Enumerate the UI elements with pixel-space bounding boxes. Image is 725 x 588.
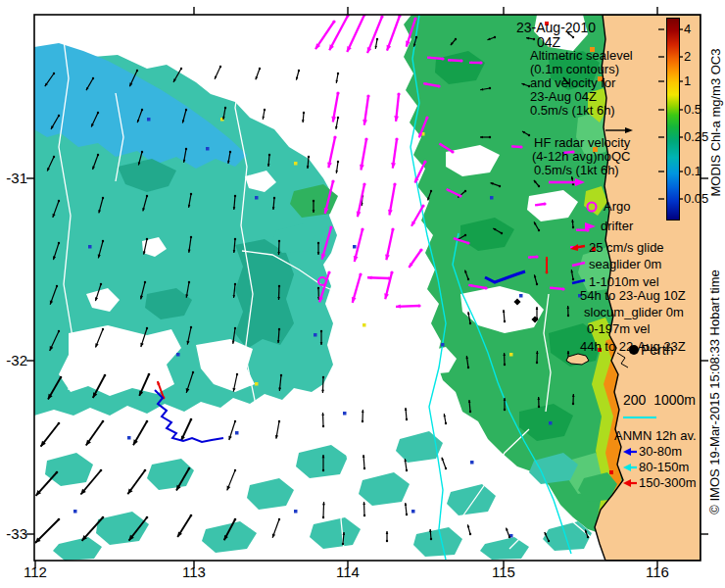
speckle [147, 118, 151, 122]
x-axis-tick-label: 113 [174, 565, 214, 579]
speckle [235, 431, 239, 435]
altimetry-legend-line: 0.5m/s (1kt 6h) [530, 104, 615, 118]
glide-legend-line: seaglider 0m [589, 258, 661, 271]
isobath-scale-label: 200 1000m [623, 393, 696, 407]
speckle [362, 323, 366, 327]
speckle [470, 461, 474, 465]
map-time: 04Z [537, 35, 560, 49]
speckle [127, 436, 131, 440]
speckle [441, 343, 445, 347]
anmn-item-label: 80-150m [639, 461, 689, 474]
x-axis-tick-label: 116 [638, 565, 677, 579]
speckle [255, 382, 259, 386]
velocity-arrow [321, 390, 324, 393]
altimetry-legend-line: 23-Aug 04Z [530, 90, 597, 104]
anmn-item-label: 30-80m [639, 445, 682, 459]
velocity-arrow [362, 502, 365, 505]
cloud-hole [59, 325, 181, 396]
x-axis-tick-label: 112 [16, 565, 55, 579]
glide-legend-line: 54h to 23-Aug 10Z [580, 289, 686, 303]
y-axis-tick-label: -32 [0, 354, 27, 368]
colorbar-axis-label: MODIS Chl-a mg/m3 OC3 [709, 24, 723, 220]
colorbar-tick-label: 0.5 [684, 103, 701, 117]
chlorophyll-colorbar [666, 18, 680, 220]
glide-legend-line: 25 cm/s glide [589, 241, 664, 255]
velocity-arrow [442, 458, 444, 461]
speckle [176, 353, 180, 357]
colorbar-tick-label: 1 [684, 74, 691, 88]
colorbar-tick-label: 4 [684, 23, 691, 36]
speckle [509, 353, 513, 357]
velocity-arrow [362, 410, 364, 413]
hf-arrow [367, 17, 382, 53]
map-date: 23-Aug-2010 [516, 21, 596, 34]
speckle [88, 245, 92, 249]
hf-arrow [329, 16, 348, 50]
glide-legend-line: slocum_glider 0m [584, 306, 684, 319]
imos-ocean-map: 4 2 1 0.5 0.25 0.1 0.05 MODIS Chl-a mg/m… [0, 0, 725, 588]
drifter-legend-label: drifter [601, 220, 633, 233]
hf-arrow [387, 45, 392, 51]
speckle [549, 421, 553, 425]
glide-legend-line: 1-1010m vel [589, 275, 659, 289]
velocity-arrow [272, 533, 275, 537]
x-axis-tick-label: 115 [484, 565, 523, 579]
altimetry-legend-line: (0.1m contours) [530, 63, 619, 76]
sealevel-contour [333, 227, 348, 560]
colorbar-tick-label: 2 [684, 50, 691, 64]
velocity-arrow [386, 531, 389, 534]
speckle [353, 245, 357, 249]
perth-label: Perth [641, 343, 673, 357]
velocity-arrow [256, 76, 258, 79]
anmn-item-label: 150-300m [639, 476, 697, 490]
speckle [206, 147, 210, 151]
credit-label: © IMOS 19-Mar-2015 15:08:33 Hobart time [708, 211, 722, 573]
x-axis-tick-label: 114 [328, 565, 367, 579]
speckle [73, 510, 77, 514]
y-axis-tick-label: -33 [0, 527, 27, 541]
speckle [343, 412, 347, 416]
hf-legend-line: (4-12h avg)noQC [532, 150, 630, 164]
speckle [609, 470, 613, 474]
velocity-arrow [322, 502, 325, 505]
hf-arrow [367, 275, 371, 279]
velocity-arrow [362, 455, 365, 458]
speckle [314, 333, 317, 337]
argo-legend-label: Argo [604, 200, 630, 214]
colorbar-tick-label: 0.1 [684, 165, 701, 178]
speckle [490, 196, 494, 200]
hf-legend-line: HF radar velocity [534, 136, 630, 150]
velocity-arrow [321, 413, 324, 416]
water-darkteal-blob [235, 239, 294, 349]
speckle [294, 510, 298, 514]
speckle [294, 162, 298, 166]
colorbar-tick-label: 0.25 [684, 130, 708, 144]
hf-arrow [347, 15, 364, 52]
speckle [255, 196, 259, 200]
hf-arrow [396, 305, 401, 309]
colorbar-tick-label: 0.05 [684, 192, 708, 206]
hf-legend-line: 0.5m/s (1kt 6h) [534, 164, 619, 177]
y-axis-tick-label: -31 [0, 172, 27, 185]
speckle [411, 510, 415, 514]
hf-arrow [387, 16, 400, 51]
anmn-title: ANMN 12h av. [614, 429, 697, 443]
glide-legend-line: 0-197m vel [587, 322, 650, 336]
altimetry-legend-line: Altimetric sealevel [530, 49, 633, 63]
speckle [519, 294, 523, 298]
altimetry-legend-line: and velocity for [530, 76, 615, 90]
velocity-arrow [228, 436, 231, 440]
